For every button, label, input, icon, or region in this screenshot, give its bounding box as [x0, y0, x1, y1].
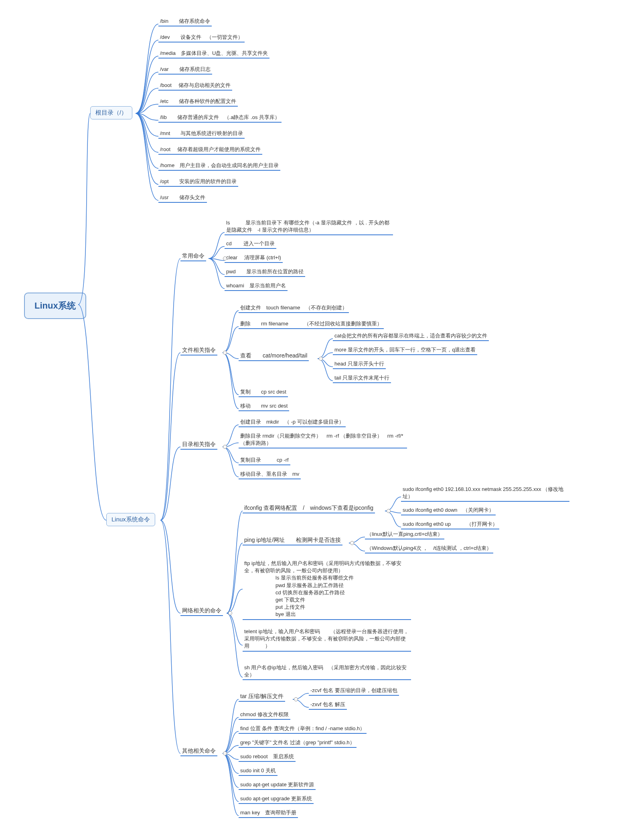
leaf-view: 查看 cat/more/head/tail — [239, 351, 309, 361]
collapse-icon[interactable]: - — [319, 357, 323, 361]
collapse-icon[interactable]: - — [223, 256, 227, 260]
root-node: Linux系统 — [24, 293, 86, 319]
leaf-etc: /etc 储存各种软件的配置文件 — [158, 97, 238, 107]
sub-common-cmd: 常用命令 — [180, 252, 206, 261]
leaf-more: more 显示文件的开头，回车下一行，空格下一页，q退出查看 — [333, 345, 477, 355]
leaf-home: /home 用户主目录，会自动生成同名的用户主目录 — [158, 161, 280, 171]
leaf-clear: clear 清理屏幕 (ctrl+l) — [225, 253, 283, 263]
leaf-telnet: telent ip地址，输入用户名和密码 （远程登录一台服务器进行使用，采用明码… — [243, 627, 411, 652]
leaf-ls: ls 显示当前目录下 有哪些文件（-a 显示隐藏文件 ，以 . 开头的都是隐藏文… — [225, 218, 393, 235]
collapse-icon[interactable]: - — [228, 611, 232, 615]
branch-root-dir: 根目录（/） — [90, 106, 132, 119]
leaf-tail: tail 只显示文件末尾十行 — [333, 374, 391, 383]
leaf-man: man key 查询帮助手册 — [239, 808, 298, 818]
collapse-icon[interactable]: - — [223, 351, 227, 355]
collapse-icon[interactable]: - — [350, 541, 354, 545]
collapse-icon[interactable]: - — [294, 697, 298, 701]
leaf-chmod: chmod 修改文件权限 — [239, 710, 290, 720]
leaf-aptupd: sudo apt-get update 更新软件源 — [239, 780, 316, 790]
leaf-root: /root 储存着超级用户才能使用的系统文件 — [158, 145, 262, 155]
collapse-icon[interactable]: - — [223, 445, 227, 449]
sub-other-cmd: 其他相关命令 — [180, 747, 217, 756]
leaf-ifc-1: sudo ifconfig eth0 down （关闭网卡） — [401, 506, 496, 515]
collapse-icon[interactable]: - — [223, 751, 227, 755]
leaf-ifc-0: sudo ifconfig eth0 192.168.10.xxx netmas… — [401, 485, 569, 502]
leaf-ifc-2: sudo ifconfig eth0 up （打开网卡） — [401, 520, 499, 529]
leaf-grep: grep "关键字" 文件名 过滤（grep "printf" stdio.h） — [239, 738, 357, 748]
leaf-opt: /opt 安装的应用的软件的目录 — [158, 177, 238, 187]
leaf-ifconfig: ifconfig 查看网络配置 / windows下查看是ipconfig — [243, 504, 375, 513]
leaf-mv: 移动 mv src dest — [239, 402, 289, 411]
leaf-media: /media 多媒体目录、U盘、光驱、共享文件夹 — [158, 49, 269, 59]
leaf-aptupg: sudo apt-get upgrade 更新系统 — [239, 794, 314, 804]
leaf-rmdir: 删除目录 rmdir（只能删除空文件） rm -rf （删除非空目录） rm -… — [239, 432, 407, 448]
sub-net-cmd: 网络相关的命令 — [180, 606, 223, 616]
leaf-pwd: pwd 显示当前所在位置的路径 — [225, 267, 305, 277]
leaf-ping-1: （Windows默认ping4次 ， /t连续测试 ，ctrl+c结束） — [365, 544, 493, 553]
leaf-head: head 只显示开头十行 — [333, 359, 386, 369]
branch-linux-cmd: Linux系统命令 — [106, 513, 155, 526]
leaf-ftp: ftp ip地址，然后输入用户名和密码（采用明码方式传输数据，不够安全，有被窃听… — [243, 559, 411, 620]
leaf-touch: 创建文件 touch filename （不存在则创建） — [239, 303, 349, 313]
leaf-dev: /dev 设备文件 （一切皆文件） — [158, 33, 245, 42]
leaf-cat: cat会把文件的所有内容都显示在终端上，适合查看内容较少的文件 — [333, 331, 489, 341]
leaf-tar-1: -zxvf 包名 解压 — [309, 700, 347, 710]
leaf-find: find 位置 条件 查询文件（举例：find / -name stdio.h） — [239, 724, 367, 734]
leaf-usr: /usr 储存头文件 — [158, 193, 207, 203]
leaf-tar-0: -zcvf 包名 要压缩的目录，创建压缩包 — [309, 686, 399, 696]
leaf-cp: 复制 cp src dest — [239, 388, 288, 397]
sub-dir-cmd: 目录相关指令 — [180, 440, 217, 450]
leaf-boot: /boot 储存与启动相关的文件 — [158, 81, 232, 91]
leaf-lib: /lib 储存普通的库文件 （.a静态库 .os 共享库） — [158, 113, 282, 123]
leaf-var: /var 储存系统日志 — [158, 65, 212, 75]
leaf-bin: /bin 储存系统命令 — [158, 17, 212, 26]
sub-file-cmd: 文件相关指令 — [180, 346, 217, 355]
leaf-mnt: /mnt 与其他系统进行映射的目录 — [158, 129, 245, 139]
leaf-init0: sudo init 0 关机 — [239, 766, 278, 776]
leaf-cd: cd 进入一个目录 — [225, 239, 276, 249]
leaf-mkdir: 创建目录 mkdir （ -p 可以创建多级目录） — [239, 418, 346, 427]
leaf-ping: ping ip地址/网址 检测网卡是否连接 — [243, 536, 342, 545]
leaf-tar: tar 压缩/解压文件 — [239, 692, 285, 702]
leaf-ping-0: （linux默认一直ping,crtl+c结束） — [365, 530, 444, 539]
leaf-reboot: sudo reboot 重启系统 — [239, 752, 296, 762]
leaf-whoami: whoami 显示当前用户名 — [225, 281, 288, 291]
collapse-icon[interactable]: - — [387, 509, 391, 513]
leaf-cprf: 复制目录 cp -rf — [239, 456, 290, 465]
leaf-rm: 删除 rm filename （不经过回收站直接删除要慎重） — [239, 319, 384, 329]
leaf-mvdir: 移动目录、重名目录 mv — [239, 470, 301, 479]
leaf-sh: sh 用户名@ip地址，然后输入密码 （采用加密方式传输，因此比较安全） — [243, 663, 411, 680]
